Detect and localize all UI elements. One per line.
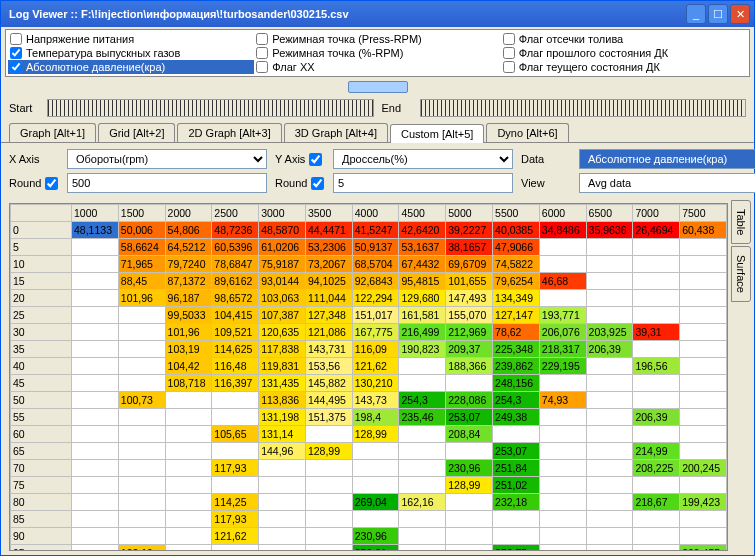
heatmap-cell[interactable]: 235,46 — [399, 409, 446, 426]
heatmap-cell[interactable]: 54,806 — [165, 222, 212, 239]
heatmap-cell[interactable] — [633, 511, 680, 528]
heatmap-cell[interactable]: 101,96 — [165, 324, 212, 341]
heatmap-cell[interactable]: 151,017 — [352, 307, 399, 324]
heatmap-cell[interactable] — [586, 443, 633, 460]
heatmap-cell[interactable] — [586, 239, 633, 256]
signal-check[interactable]: Напряжение питания — [8, 32, 254, 46]
heatmap-cell[interactable]: 153,56 — [305, 358, 352, 375]
round1-input[interactable] — [67, 173, 267, 193]
heatmap-cell[interactable] — [259, 477, 306, 494]
heatmap-cell[interactable]: 214,99 — [633, 443, 680, 460]
heatmap-cell[interactable] — [586, 477, 633, 494]
heatmap-cell[interactable]: 74,5822 — [493, 256, 540, 273]
heatmap-cell[interactable]: 75,9187 — [259, 256, 306, 273]
heatmap-cell[interactable] — [118, 409, 165, 426]
heatmap-cell[interactable] — [72, 460, 119, 477]
heatmap-cell[interactable] — [586, 375, 633, 392]
heatmap-cell[interactable] — [165, 477, 212, 494]
start-slider[interactable] — [47, 99, 374, 117]
heatmap-cell[interactable] — [165, 392, 212, 409]
heatmap-cell[interactable] — [586, 307, 633, 324]
heatmap-cell[interactable]: 68,5704 — [352, 256, 399, 273]
heatmap-cell[interactable]: 101,655 — [446, 273, 493, 290]
heatmap-cell[interactable] — [539, 426, 586, 443]
heatmap-cell[interactable]: 53,1637 — [399, 239, 446, 256]
heatmap-cell[interactable] — [586, 426, 633, 443]
heatmap-cell[interactable]: 100,73 — [118, 392, 165, 409]
heatmap-cell[interactable] — [539, 375, 586, 392]
heatmap-cell[interactable]: 103,063 — [259, 290, 306, 307]
yaxis-select[interactable]: Дроссель(%) — [333, 149, 513, 169]
heatmap-cell[interactable]: 53,2306 — [305, 239, 352, 256]
heatmap-cell[interactable] — [633, 273, 680, 290]
heatmap-cell[interactable]: 129,680 — [399, 290, 446, 307]
heatmap-cell[interactable] — [539, 256, 586, 273]
heatmap-cell[interactable] — [118, 341, 165, 358]
heatmap-cell[interactable]: 206,076 — [539, 324, 586, 341]
heatmap-cell[interactable] — [539, 528, 586, 545]
heatmap-cell[interactable]: 239,862 — [493, 358, 540, 375]
heatmap-cell[interactable] — [165, 528, 212, 545]
heatmap-cell[interactable] — [586, 528, 633, 545]
round1-check[interactable] — [45, 177, 58, 190]
heatmap-cell[interactable] — [586, 460, 633, 477]
heatmap-cell[interactable]: 94,1025 — [305, 273, 352, 290]
heatmap-cell[interactable] — [165, 426, 212, 443]
heatmap-cell[interactable]: 67,4432 — [399, 256, 446, 273]
heatmap-cell[interactable] — [72, 324, 119, 341]
heatmap-cell[interactable] — [633, 341, 680, 358]
heatmap-cell[interactable]: 78,62 — [493, 324, 540, 341]
heatmap-cell[interactable] — [633, 239, 680, 256]
tab[interactable]: 2D Graph [Alt+3] — [177, 123, 281, 142]
heatmap-cell[interactable]: 48,5870 — [259, 222, 306, 239]
heatmap-cell[interactable]: 92,6843 — [352, 273, 399, 290]
heatmap-cell[interactable] — [633, 290, 680, 307]
heatmap-cell[interactable] — [680, 409, 727, 426]
heatmap-cell[interactable] — [633, 528, 680, 545]
heatmap-cell[interactable] — [72, 273, 119, 290]
heatmap-cell[interactable] — [399, 358, 446, 375]
heatmap-cell[interactable]: 232,18 — [493, 494, 540, 511]
heatmap-cell[interactable] — [165, 409, 212, 426]
heatmap-cell[interactable]: 95,4815 — [399, 273, 446, 290]
heatmap-cell[interactable]: 41,5247 — [352, 222, 399, 239]
heatmap-cell[interactable] — [680, 290, 727, 307]
heatmap-cell[interactable] — [118, 443, 165, 460]
heatmap-cell[interactable] — [72, 239, 119, 256]
heatmap-cell[interactable]: 61,0206 — [259, 239, 306, 256]
heatmap-cell[interactable]: 203,925 — [586, 324, 633, 341]
heatmap-cell[interactable] — [399, 545, 446, 552]
heatmap-cell[interactable]: 35,9636 — [586, 222, 633, 239]
signal-check[interactable]: Флаг отсечки толива — [501, 32, 747, 46]
heatmap-cell[interactable]: 79,6254 — [493, 273, 540, 290]
heatmap-cell[interactable]: 116,48 — [212, 358, 259, 375]
heatmap-cell[interactable]: 103,19 — [165, 341, 212, 358]
heatmap-cell[interactable]: 131,198 — [259, 409, 306, 426]
heatmap-cell[interactable]: 155,070 — [446, 307, 493, 324]
heatmap-cell[interactable] — [680, 341, 727, 358]
heatmap-cell[interactable] — [72, 426, 119, 443]
round2-input[interactable] — [333, 173, 513, 193]
heatmap-cell[interactable] — [72, 290, 119, 307]
heatmap-cell[interactable] — [539, 290, 586, 307]
heatmap-cell[interactable]: 216,499 — [399, 324, 446, 341]
heatmap-cell[interactable] — [72, 528, 119, 545]
heatmap-cell[interactable]: 127,147 — [493, 307, 540, 324]
heatmap-cell[interactable] — [680, 375, 727, 392]
heatmap-cell[interactable] — [446, 511, 493, 528]
heatmap-cell[interactable] — [586, 494, 633, 511]
heatmap-cell[interactable]: 253,07 — [493, 443, 540, 460]
heatmap-cell[interactable]: 128,99 — [446, 477, 493, 494]
heatmap-cell[interactable] — [539, 460, 586, 477]
heatmap-cell[interactable]: 74,93 — [539, 392, 586, 409]
heatmap-cell[interactable]: 107,387 — [259, 307, 306, 324]
heatmap-cell[interactable] — [212, 409, 259, 426]
heatmap-cell[interactable]: 249,38 — [493, 409, 540, 426]
heatmap-cell[interactable] — [586, 273, 633, 290]
heatmap-cell[interactable] — [118, 426, 165, 443]
heatmap-cell[interactable] — [212, 443, 259, 460]
heatmap-cell[interactable] — [493, 511, 540, 528]
heatmap-cell[interactable]: 98,6572 — [212, 290, 259, 307]
xaxis-select[interactable]: Обороты(rpm) — [67, 149, 267, 169]
heatmap-cell[interactable]: 78,6847 — [212, 256, 259, 273]
